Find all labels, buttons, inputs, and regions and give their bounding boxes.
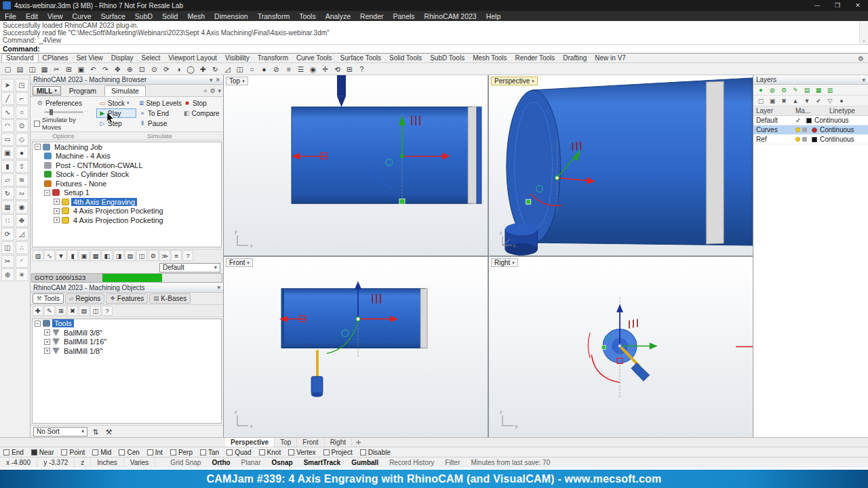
step-button[interactable]: ▷ Step [96, 119, 136, 128]
step-levels-button[interactable]: ≣ Step Levels [136, 98, 181, 108]
viewport-perspective[interactable]: x z Perspective ▾ [489, 75, 753, 256]
layer-edit[interactable]: ✎ [791, 85, 800, 94]
points[interactable]: ∷ [1, 214, 14, 227]
osnap-checkbox[interactable] [200, 449, 206, 455]
layer-settings-gear[interactable]: ⚙ [779, 85, 789, 94]
sim-compare-view[interactable]: ◨ [113, 250, 124, 261]
osnap-toggle[interactable]: Knot [259, 449, 281, 456]
osnap-toggle[interactable]: Quad [226, 449, 251, 456]
fillet[interactable]: ◜ [16, 255, 28, 268]
shaded-view[interactable]: ◑ [173, 64, 184, 75]
rotate-tool[interactable]: ⟳ [1, 228, 14, 241]
status-cell[interactable]: z [75, 458, 91, 468]
right-viewport-canvas[interactable]: y z [489, 257, 753, 437]
status-cell[interactable]: Varies [124, 458, 156, 468]
tree-item-ballmill[interactable]: + BallMill 1/16" [33, 338, 221, 347]
layer-visibility-bulb-icon[interactable] [795, 137, 800, 142]
sweep[interactable]: ∾ [16, 187, 28, 200]
lock-objects[interactable]: ⊘ [271, 64, 282, 75]
expand-icon[interactable]: + [54, 208, 60, 214]
to-end-button[interactable]: » To End [136, 108, 181, 118]
maximize-button[interactable]: ❐ [827, 0, 848, 11]
layer-visibility-bulb-icon[interactable] [795, 127, 800, 132]
expand-icon[interactable]: + [44, 348, 50, 354]
objects-tab[interactable]: ❖ Features [106, 293, 148, 304]
tree-item-post[interactable]: Post - CNTMotion-CWALL [33, 161, 221, 170]
menu-item[interactable]: Curve [68, 12, 96, 20]
simulation-speed-slider[interactable] [44, 111, 83, 113]
viewport-label-right[interactable]: Right ▾ [491, 258, 518, 267]
stock-cylinder[interactable] [507, 78, 753, 245]
toolbar-tab[interactable]: SubD Tools [426, 54, 469, 62]
lock-icon[interactable] [802, 137, 807, 142]
help[interactable]: ? [356, 64, 368, 75]
delete-layer[interactable]: ✖ [779, 96, 789, 105]
scale[interactable]: ◿ [222, 64, 233, 75]
command-history-scrollbar[interactable]: ⌄ [859, 21, 868, 44]
stock-cylinder[interactable] [281, 289, 427, 348]
menu-item[interactable]: Dimension [210, 12, 253, 20]
move[interactable]: ✚ [197, 64, 209, 75]
move-layer-down[interactable]: ▼ [802, 96, 812, 105]
osnap-toggle[interactable]: Cen [119, 449, 139, 456]
circle[interactable]: ○ [16, 106, 28, 119]
tree-item-machine[interactable]: Machine - 4 Axis [33, 152, 221, 161]
pause-button[interactable]: ‖ Pause [136, 119, 181, 128]
osnap-checkbox[interactable] [3, 449, 9, 455]
toolbar-options-gear-icon[interactable]: ⚙ [854, 55, 868, 62]
viewport-tab[interactable]: Top [275, 438, 297, 447]
osnap-checkbox[interactable] [170, 449, 176, 455]
menu-item[interactable]: Transform [253, 12, 294, 20]
default-dropdown[interactable]: Default ▾ [159, 263, 220, 272]
status-cell[interactable]: x -4.800 [0, 458, 37, 468]
layer-help[interactable]: ● [837, 96, 846, 105]
tree-item-projection-pocketing-1[interactable]: + 4 Axis Projection Pocketing [33, 207, 221, 216]
sim-tool-visibility[interactable]: ▼ [56, 250, 66, 261]
move-tool[interactable]: ✥ [16, 214, 28, 227]
record-history-toggle[interactable]: ⟲ [332, 64, 343, 75]
objects-tab[interactable]: ▤ K-Bases [149, 293, 191, 304]
move-layer-up[interactable]: ▲ [791, 96, 800, 105]
perspective-viewport-canvas[interactable]: x z [489, 75, 753, 256]
cylinder[interactable]: ▮ [1, 160, 14, 173]
tab-program[interactable]: Program [63, 86, 102, 96]
tree-item-setup-1[interactable]: − Setup 1 [33, 188, 221, 198]
collapse-icon[interactable]: − [35, 144, 41, 150]
expand-icon[interactable]: + [44, 329, 50, 336]
loft[interactable]: ≋ [16, 174, 28, 186]
toolbar-tab[interactable]: Curve Tools [292, 54, 336, 62]
viewport-top[interactable]: x y Top ▾ [224, 75, 488, 256]
zoom-extents[interactable]: ⊙ [149, 64, 160, 75]
new-sublayer[interactable]: ▣ [768, 96, 777, 105]
load-tool-library[interactable]: ▤ [79, 306, 90, 316]
toolbar-tab[interactable]: Surface Tools [336, 54, 385, 62]
new-file[interactable]: ▢ [2, 64, 14, 75]
delete-tool[interactable]: ✖ [67, 306, 78, 316]
osnap-toggle[interactable]: Mid [92, 449, 111, 456]
tree-item-machining-job[interactable]: − Machining Job [33, 142, 221, 152]
sim-help[interactable]: ? [182, 250, 193, 261]
current-layer-check-icon[interactable]: ✓ [795, 117, 804, 124]
layer-color-swatch[interactable] [806, 118, 812, 123]
create-tool[interactable]: ✚ [33, 306, 43, 316]
sim-legend[interactable]: ≡ [171, 250, 182, 261]
hide-objects[interactable]: ○ [246, 64, 258, 75]
osnap-toggle[interactable]: Tan [200, 449, 219, 456]
panel-menu-icon[interactable]: ▾ [862, 77, 865, 83]
polygon[interactable]: ◇ [16, 133, 28, 146]
menu-item[interactable]: Edit [21, 12, 43, 20]
column-material[interactable]: Ma... [795, 107, 829, 115]
toolbar-tab[interactable]: Visibility [221, 54, 254, 62]
sim-toolpath-visibility[interactable]: ∿ [44, 250, 55, 261]
cut[interactable]: ✂ [51, 64, 62, 75]
extrude[interactable]: ⇧ [16, 160, 28, 173]
layer-grid-view[interactable]: ▦ [814, 85, 823, 94]
menu-item[interactable]: Analyze [321, 12, 355, 20]
viewport-front[interactable]: x z Front ▾ [224, 257, 488, 437]
minimize-button[interactable]: — [807, 0, 827, 11]
viewport-label-perspective[interactable]: Perspective ▾ [491, 77, 538, 85]
simulate-by-moves-checkbox[interactable] [34, 121, 40, 127]
toolbar-tab[interactable]: Mesh Tools [469, 54, 511, 62]
status-cell[interactable]: y -3.372 [37, 458, 75, 468]
osnap-checkbox[interactable] [147, 449, 153, 455]
